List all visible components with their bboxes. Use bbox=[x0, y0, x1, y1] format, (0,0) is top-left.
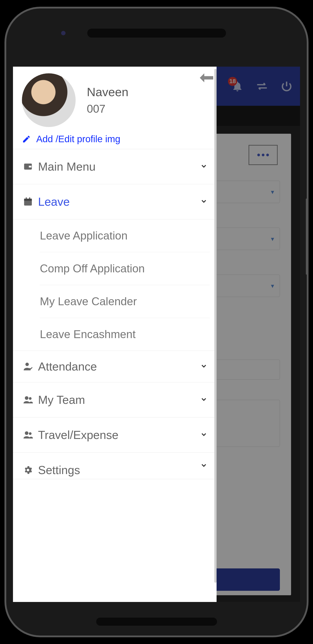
svg-point-6 bbox=[26, 363, 29, 366]
menu-attendance[interactable]: Attendance bbox=[13, 351, 217, 382]
menu-leave[interactable]: Leave bbox=[13, 184, 217, 219]
home-indicator bbox=[96, 618, 217, 626]
wallet-icon bbox=[22, 160, 34, 173]
side-button bbox=[306, 198, 308, 274]
svg-rect-4 bbox=[26, 198, 27, 200]
menu-travel-expense-label: Travel/Expense bbox=[38, 428, 118, 442]
chevron-down-icon bbox=[200, 431, 208, 439]
svg-rect-5 bbox=[29, 198, 30, 200]
svg-point-9 bbox=[25, 431, 29, 435]
menu-attendance-label: Attendance bbox=[38, 360, 97, 373]
calendar-icon bbox=[22, 196, 34, 208]
phone-bezel-top bbox=[6, 8, 307, 62]
svg-point-10 bbox=[29, 432, 32, 435]
screen: 18 ▾ ▾ ▾ Submit bbox=[13, 67, 300, 602]
menu-main[interactable]: Main Menu bbox=[13, 149, 217, 184]
gear-icon bbox=[22, 464, 34, 476]
people-icon bbox=[22, 394, 34, 406]
chevron-down-icon bbox=[200, 396, 208, 404]
menu-main-label: Main Menu bbox=[38, 160, 96, 173]
leave-submenu: Leave Application Comp Off Application M… bbox=[13, 219, 217, 351]
menu-settings[interactable]: Settings bbox=[13, 452, 217, 479]
menu-my-team[interactable]: My Team bbox=[13, 382, 217, 418]
profile-id: 007 bbox=[87, 102, 128, 116]
svg-point-8 bbox=[29, 397, 32, 400]
submenu-leave-calendar[interactable]: My Leave Calender bbox=[40, 285, 210, 318]
submenu-leave-application[interactable]: Leave Application bbox=[40, 219, 210, 252]
submenu-leave-encashment[interactable]: Leave Encashment bbox=[40, 318, 210, 350]
nav-drawer: Naveen 007 Add /Edit profile img Main Me… bbox=[13, 67, 217, 602]
speaker-grille bbox=[87, 28, 226, 38]
camera-dot bbox=[61, 31, 66, 35]
pencil-icon bbox=[22, 134, 31, 144]
svg-rect-3 bbox=[24, 199, 32, 201]
submenu-comp-off[interactable]: Comp Off Application bbox=[40, 252, 210, 285]
svg-rect-1 bbox=[29, 166, 32, 168]
people-icon bbox=[22, 429, 34, 441]
chevron-down-icon bbox=[200, 162, 208, 171]
person-check-icon bbox=[22, 360, 34, 372]
arrow-left-icon bbox=[200, 73, 213, 83]
chevron-down-icon bbox=[200, 198, 208, 206]
chevron-down-icon bbox=[200, 362, 208, 371]
drawer-scrollbar[interactable] bbox=[214, 69, 217, 583]
phone-frame: 18 ▾ ▾ ▾ Submit bbox=[5, 7, 308, 637]
menu-my-team-label: My Team bbox=[38, 393, 85, 406]
edit-profile-label: Add /Edit profile img bbox=[36, 134, 120, 144]
profile-section: Naveen 007 Add /Edit profile img bbox=[13, 67, 217, 149]
chevron-down-icon bbox=[200, 462, 208, 470]
profile-name: Naveen bbox=[87, 85, 128, 99]
avatar[interactable] bbox=[22, 73, 76, 127]
menu-leave-label: Leave bbox=[38, 195, 70, 208]
menu-travel-expense[interactable]: Travel/Expense bbox=[13, 418, 217, 452]
svg-point-7 bbox=[25, 396, 29, 400]
menu-settings-label: Settings bbox=[38, 463, 80, 477]
close-drawer-button[interactable] bbox=[200, 71, 213, 86]
edit-profile-link[interactable]: Add /Edit profile img bbox=[22, 134, 208, 144]
